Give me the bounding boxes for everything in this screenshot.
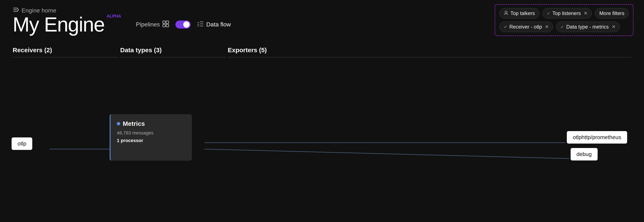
pipelines-button[interactable]: Pipelines — [136, 21, 169, 29]
data-flow-icon — [197, 21, 204, 28]
debug-exporter-node[interactable]: debug — [570, 148, 598, 160]
metrics-messages: 46,783 messages — [117, 130, 186, 136]
title-row: My Engine ALPHA Pipelines — [13, 14, 231, 35]
prometheus-exporter-node[interactable]: otlphttp/prometheus — [567, 131, 627, 144]
exporters-column-header: Exporters (5) — [228, 47, 631, 57]
top-talkers-icon — [504, 10, 508, 16]
top-listeners-check-icon: ✓ — [547, 11, 550, 16]
receiver-otlp-label: Receiver - otlp — [510, 24, 542, 30]
flow-lines — [0, 70, 644, 222]
pipelines-grid-icon — [162, 21, 169, 29]
engine-home-label: Engine home — [22, 7, 56, 14]
top-listeners-chip[interactable]: ✓ Top listeners ✕ — [542, 8, 592, 19]
view-toggle[interactable] — [176, 21, 191, 29]
debug-node-label: debug — [576, 151, 592, 157]
svg-point-10 — [505, 11, 507, 13]
top-talkers-chip[interactable]: Top talkers — [499, 8, 540, 19]
receiver-otlp-chip[interactable]: ✓ Receiver - otlp ✕ — [499, 22, 553, 32]
datatype-metrics-check-icon: ✓ — [560, 24, 564, 29]
filters-panel: Top talkers ✓ Top listeners ✕ More filte… — [495, 4, 634, 36]
exporters-column-label: Exporters (5) — [228, 47, 267, 53]
nav-group: Pipelines — [136, 21, 231, 29]
metrics-processor-label: processor — [120, 138, 143, 143]
receivers-column-header: Receivers (2) — [13, 47, 118, 57]
prometheus-node-label: otlphttp/prometheus — [573, 134, 621, 140]
svg-rect-1 — [166, 21, 169, 24]
columns-header: Receivers (2) Data types (3) Exporters (… — [13, 47, 631, 57]
datatype-metrics-label: Data type - metrics — [566, 24, 608, 30]
data-flow-view[interactable]: Data flow — [197, 21, 231, 28]
receiver-otlp-check-icon: ✓ — [504, 24, 507, 29]
datatype-metrics-close-icon[interactable]: ✕ — [612, 24, 616, 30]
receivers-column-label: Receivers (2) — [13, 47, 52, 53]
metrics-card-title: Metrics — [123, 120, 145, 127]
more-filters-chip[interactable]: More filters — [595, 8, 629, 19]
more-filters-label: More filters — [599, 10, 624, 16]
svg-rect-3 — [166, 24, 169, 27]
filter-row-2: ✓ Receiver - otlp ✕ ✓ Data type - metric… — [499, 22, 629, 32]
top-listeners-close-icon[interactable]: ✕ — [584, 11, 588, 16]
svg-line-13 — [204, 149, 569, 159]
top-talkers-label: Top talkers — [510, 10, 535, 16]
alpha-badge: ALPHA — [107, 14, 121, 19]
metrics-processor: 1 processor — [117, 138, 186, 143]
metrics-processor-count: 1 — [117, 138, 119, 143]
engine-title: My Engine — [13, 14, 104, 35]
datatypes-column-header: Data types (3) — [120, 47, 226, 57]
metrics-card-title-row: Metrics — [117, 120, 186, 127]
data-flow-label: Data flow — [206, 21, 231, 28]
metrics-dot-icon — [117, 122, 120, 125]
svg-rect-0 — [163, 21, 165, 24]
flow-diagram: otlp Metrics 46,783 messages 1 processor… — [0, 70, 644, 222]
filter-row-1: Top talkers ✓ Top listeners ✕ More filte… — [499, 8, 629, 19]
datatype-metrics-chip[interactable]: ✓ Data type - metrics ✕ — [556, 22, 620, 32]
receiver-otlp-close-icon[interactable]: ✕ — [545, 24, 549, 30]
top-listeners-label: Top listeners — [552, 10, 581, 16]
otlp-node-label: otlp — [18, 140, 26, 147]
pipelines-label: Pipelines — [136, 21, 160, 28]
metrics-card[interactable]: Metrics 46,783 messages 1 processor — [110, 114, 192, 161]
svg-rect-2 — [163, 24, 165, 27]
datatypes-column-label: Data types (3) — [120, 47, 162, 53]
otlp-receiver-node[interactable]: otlp — [12, 137, 32, 150]
